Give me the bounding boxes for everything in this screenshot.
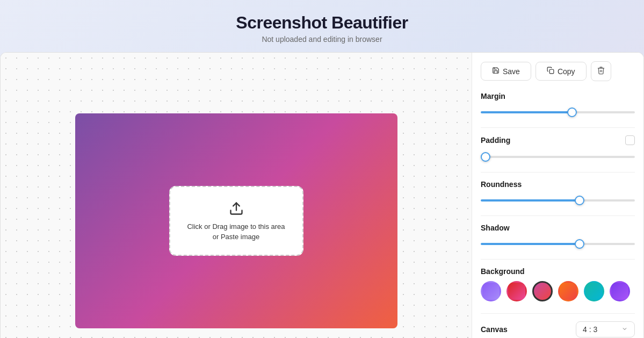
save-icon — [492, 67, 500, 76]
swatch-4[interactable] — [558, 281, 578, 301]
roundness-slider[interactable] — [481, 199, 635, 202]
canvas-area: Click or Drag image to this area or Past… — [1, 53, 472, 338]
delete-button[interactable] — [591, 61, 611, 81]
upload-dropzone[interactable]: Click or Drag image to this area or Past… — [169, 186, 303, 256]
page-header: Screenshot Beautifier Not uploaded and e… — [0, 0, 644, 52]
sidebar: Save Copy Margin — [472, 53, 643, 338]
swatch-1[interactable] — [481, 281, 501, 301]
copy-icon — [547, 67, 554, 76]
canvas-label: Canvas — [481, 325, 508, 334]
swatch-3[interactable] — [532, 281, 553, 301]
canvas-row: Canvas 4 : 3 — [481, 321, 635, 337]
background-label: Background — [481, 267, 525, 276]
trash-icon — [597, 66, 605, 76]
swatches-container — [481, 281, 635, 301]
swatch-6[interactable] — [610, 281, 630, 301]
padding-checkbox[interactable] — [625, 135, 635, 145]
margin-control: Margin — [481, 92, 635, 116]
save-button[interactable]: Save — [481, 62, 531, 81]
shadow-control: Shadow — [481, 224, 635, 247]
svg-rect-1 — [549, 69, 554, 74]
page-subtitle: Not uploaded and editing in browser — [0, 35, 644, 44]
padding-slider[interactable] — [481, 156, 635, 158]
roundness-label: Roundness — [481, 180, 522, 189]
shadow-slider[interactable] — [481, 243, 635, 245]
swatch-5[interactable] — [584, 281, 604, 301]
shadow-label: Shadow — [481, 224, 510, 232]
page-title: Screenshot Beautifier — [0, 13, 644, 33]
canvas-background: Click or Drag image to this area or Past… — [75, 113, 397, 328]
margin-slider[interactable] — [481, 111, 635, 113]
canvas-select[interactable]: 4 : 3 — [576, 321, 635, 337]
chevron-down-icon — [621, 325, 628, 334]
toolbar: Save Copy — [481, 61, 635, 81]
padding-control: Padding — [481, 135, 635, 160]
swatch-2[interactable] — [506, 281, 527, 301]
copy-button[interactable]: Copy — [536, 62, 587, 81]
upload-prompt: Click or Drag image to this area or Past… — [187, 221, 285, 242]
background-control: Background — [481, 267, 635, 301]
roundness-control: Roundness — [481, 180, 635, 204]
upload-icon — [228, 200, 245, 217]
padding-label: Padding — [481, 136, 510, 145]
main-container: Click or Drag image to this area or Past… — [0, 52, 644, 338]
margin-label: Margin — [481, 92, 505, 100]
